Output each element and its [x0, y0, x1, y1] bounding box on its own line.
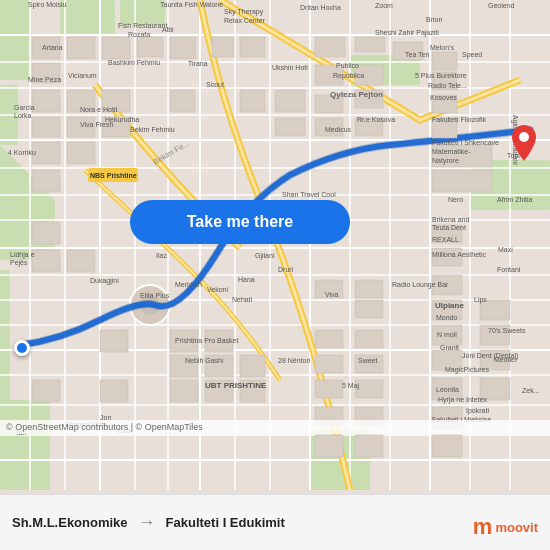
- moovit-text: moovit: [495, 520, 538, 535]
- svg-text:Mediter: Mediter: [494, 356, 518, 363]
- svg-text:Milliona Aesthetic: Milliona Aesthetic: [432, 251, 487, 258]
- svg-rect-115: [355, 380, 383, 398]
- svg-text:Ulpiane: Ulpiane: [435, 301, 464, 310]
- svg-rect-61: [275, 90, 305, 112]
- svg-text:Fontani: Fontani: [497, 266, 521, 273]
- svg-text:Dukagjini: Dukagjini: [90, 277, 119, 285]
- svg-text:Bashkim Fehmiu: Bashkim Fehmiu: [108, 59, 160, 66]
- moovit-letter: m: [473, 514, 493, 540]
- svg-rect-49: [170, 37, 196, 59]
- svg-rect-1: [0, 0, 30, 80]
- svg-text:Pejës: Pejës: [10, 259, 28, 267]
- svg-rect-46: [67, 37, 95, 59]
- svg-text:Lips: Lips: [474, 296, 487, 304]
- svg-rect-10: [0, 400, 50, 490]
- svg-rect-96: [100, 330, 128, 352]
- svg-text:Druri: Druri: [278, 266, 294, 273]
- svg-text:Afrim Zhitia: Afrim Zhitia: [497, 196, 533, 203]
- svg-rect-51: [240, 37, 265, 57]
- svg-rect-91: [67, 142, 95, 164]
- svg-text:Dritan Hoxha: Dritan Hoxha: [300, 4, 341, 11]
- svg-rect-6: [0, 270, 10, 420]
- take-me-there-button[interactable]: Take me there: [130, 200, 350, 244]
- svg-rect-47: [102, 37, 130, 59]
- svg-text:Zek...: Zek...: [522, 387, 540, 394]
- svg-rect-94: [32, 250, 60, 272]
- svg-text:4 Korriku: 4 Korriku: [8, 149, 36, 156]
- svg-rect-48: [137, 37, 163, 57]
- svg-text:Republica: Republica: [333, 72, 364, 80]
- svg-rect-79: [432, 435, 462, 457]
- map-container: Spiro Moisiu Taunita Fish Walone Sky The…: [0, 0, 550, 490]
- svg-rect-55: [432, 52, 457, 70]
- svg-text:Spiro Moisiu: Spiro Moisiu: [28, 1, 67, 9]
- svg-text:Sky Therapy: Sky Therapy: [224, 8, 264, 16]
- svg-text:70's Sweets: 70's Sweets: [488, 327, 526, 334]
- svg-rect-101: [240, 355, 265, 377]
- svg-rect-92: [32, 170, 60, 192]
- end-marker: [512, 125, 536, 165]
- svg-text:Scout: Scout: [206, 81, 224, 88]
- svg-text:UBT PRISHTINE: UBT PRISHTINE: [205, 381, 267, 390]
- svg-rect-50: [212, 37, 234, 57]
- svg-text:Mondo: Mondo: [436, 314, 458, 321]
- svg-rect-105: [100, 380, 128, 402]
- svg-text:28 Nëntori: 28 Nëntori: [278, 357, 311, 364]
- svg-text:Viva: Viva: [325, 291, 339, 298]
- svg-rect-108: [355, 280, 383, 298]
- svg-text:Granit: Granit: [440, 344, 459, 351]
- svg-text:Hekurudha: Hekurudha: [105, 116, 139, 123]
- svg-point-212: [519, 132, 529, 142]
- svg-text:Medicus: Medicus: [325, 126, 352, 133]
- svg-text:Brion: Brion: [426, 16, 442, 23]
- svg-text:Elita Plus: Elita Plus: [140, 292, 170, 299]
- bottom-bar: Sh.M.L.Ekonomike → Fakulteti I Edukimit …: [0, 494, 550, 550]
- start-marker: [14, 340, 30, 356]
- svg-text:Artana: Artana: [42, 44, 63, 51]
- attribution-text: © OpenStreetMap contributors | © OpenMap…: [6, 422, 203, 432]
- svg-text:Publico: Publico: [336, 62, 359, 69]
- svg-rect-111: [355, 330, 383, 348]
- svg-text:Relax Center: Relax Center: [224, 17, 266, 24]
- svg-rect-60: [240, 90, 265, 112]
- svg-text:Nehati: Nehati: [232, 296, 253, 303]
- svg-text:Leonita: Leonita: [436, 386, 459, 393]
- svg-text:Fakulteti Filozofik: Fakulteti Filozofik: [432, 116, 487, 123]
- svg-text:5 Maj: 5 Maj: [342, 382, 360, 390]
- svg-rect-109: [355, 300, 383, 318]
- svg-text:Speed: Speed: [462, 51, 482, 59]
- svg-text:Prishtina Pro Basket: Prishtina Pro Basket: [175, 337, 238, 344]
- svg-text:Nero: Nero: [448, 196, 463, 203]
- svg-text:Mine Peza: Mine Peza: [28, 76, 61, 83]
- route-to-text: Fakulteti I Edukimit: [166, 515, 285, 530]
- svg-rect-114: [315, 380, 343, 398]
- svg-text:Vicianum: Vicianum: [68, 72, 97, 79]
- route-to: Fakulteti I Edukimit: [166, 515, 285, 530]
- svg-text:Albi: Albi: [162, 26, 174, 33]
- svg-text:Lorka: Lorka: [14, 112, 32, 119]
- svg-text:Ipokrati: Ipokrati: [466, 407, 489, 415]
- svg-text:Natyrore: Natyrore: [432, 157, 459, 165]
- svg-rect-102: [170, 380, 198, 402]
- svg-text:Sweet: Sweet: [358, 357, 378, 364]
- svg-rect-59: [170, 90, 195, 112]
- svg-rect-110: [315, 330, 343, 348]
- svg-text:Tea Ten: Tea Ten: [405, 51, 429, 58]
- attribution-bar: © OpenStreetMap contributors | © OpenMap…: [0, 420, 550, 434]
- svg-text:Meridian: Meridian: [175, 281, 202, 288]
- svg-rect-80: [480, 300, 510, 320]
- svg-text:5 Plus Burektore: 5 Plus Burektore: [415, 72, 467, 79]
- route-arrow: →: [128, 512, 166, 533]
- svg-text:Maxi: Maxi: [498, 246, 513, 253]
- svg-text:Nebih Gashi: Nebih Gashi: [185, 357, 224, 364]
- svg-text:NBS Prishtine: NBS Prishtine: [90, 172, 137, 179]
- svg-text:Ilaz: Ilaz: [156, 252, 167, 259]
- svg-text:Vekoni: Vekoni: [207, 286, 228, 293]
- svg-text:Geolend: Geolend: [488, 2, 515, 9]
- svg-rect-56: [32, 90, 60, 112]
- svg-text:Taunita Fish  Walone: Taunita Fish Walone: [160, 1, 223, 8]
- svg-text:Tirana: Tirana: [188, 60, 208, 67]
- svg-text:Fakulteti I Shkencave: Fakulteti I Shkencave: [432, 139, 499, 146]
- svg-text:Rr.e Kosova: Rr.e Kosova: [357, 116, 395, 123]
- svg-rect-53: [355, 37, 385, 52]
